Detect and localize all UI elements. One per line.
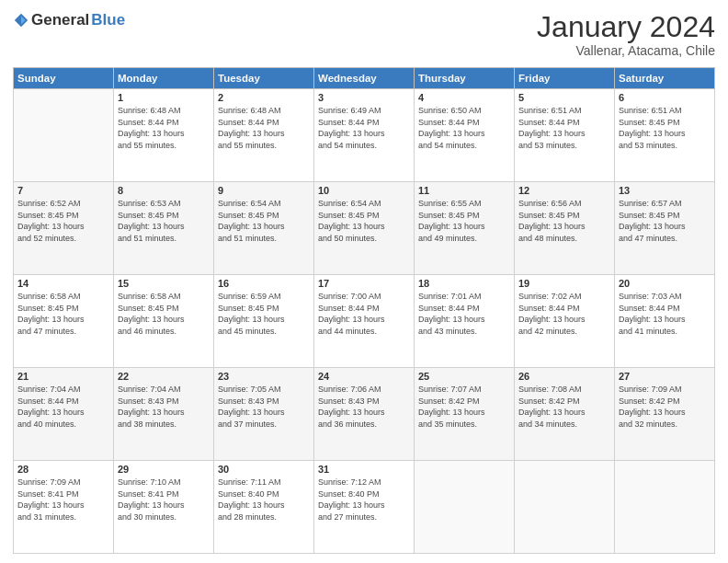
weekday-header-sunday: Sunday — [14, 68, 114, 89]
day-number: 1 — [118, 92, 210, 103]
day-number: 7 — [17, 185, 109, 196]
calendar-cell: 9Sunrise: 6:54 AMSunset: 8:45 PMDaylight… — [214, 182, 314, 275]
calendar-cell: 21Sunrise: 7:04 AMSunset: 8:44 PMDayligh… — [14, 368, 114, 461]
weekday-header-monday: Monday — [114, 68, 214, 89]
calendar-cell: 19Sunrise: 7:02 AMSunset: 8:44 PMDayligh… — [515, 275, 615, 368]
calendar-cell: 7Sunrise: 6:52 AMSunset: 8:45 PMDaylight… — [14, 182, 114, 275]
day-number: 15 — [118, 278, 210, 289]
day-number: 5 — [518, 92, 610, 103]
day-info: Sunrise: 6:51 AMSunset: 8:44 PMDaylight:… — [518, 105, 610, 151]
day-info: Sunrise: 6:54 AMSunset: 8:45 PMDaylight:… — [218, 198, 310, 244]
calendar-cell: 3Sunrise: 6:49 AMSunset: 8:44 PMDaylight… — [314, 89, 415, 182]
header: General Blue January 2024 Vallenar, Atac… — [13, 11, 715, 58]
day-number: 24 — [318, 371, 410, 382]
calendar-cell: 5Sunrise: 6:51 AMSunset: 8:44 PMDaylight… — [515, 89, 615, 182]
weekday-header-friday: Friday — [515, 68, 615, 89]
calendar-cell: 17Sunrise: 7:00 AMSunset: 8:44 PMDayligh… — [314, 275, 415, 368]
day-number: 10 — [318, 185, 410, 196]
day-info: Sunrise: 6:52 AMSunset: 8:45 PMDaylight:… — [17, 198, 109, 244]
month-year: January 2024 — [537, 11, 715, 43]
day-number: 13 — [619, 185, 711, 196]
day-number: 25 — [418, 371, 510, 382]
calendar-cell: 25Sunrise: 7:07 AMSunset: 8:42 PMDayligh… — [415, 368, 515, 461]
day-info: Sunrise: 6:58 AMSunset: 8:45 PMDaylight:… — [118, 291, 210, 337]
day-number: 30 — [218, 464, 310, 475]
logo-blue: Blue — [91, 11, 125, 29]
calendar-week-row: 7Sunrise: 6:52 AMSunset: 8:45 PMDaylight… — [14, 182, 715, 275]
day-info: Sunrise: 7:04 AMSunset: 8:43 PMDaylight:… — [118, 384, 210, 430]
day-number: 2 — [218, 92, 310, 103]
day-number: 17 — [318, 278, 410, 289]
day-number: 22 — [118, 371, 210, 382]
calendar-cell: 6Sunrise: 6:51 AMSunset: 8:45 PMDaylight… — [615, 89, 715, 182]
day-info: Sunrise: 7:03 AMSunset: 8:44 PMDaylight:… — [619, 291, 711, 337]
calendar-cell: 1Sunrise: 6:48 AMSunset: 8:44 PMDaylight… — [114, 89, 214, 182]
day-number: 8 — [118, 185, 210, 196]
day-info: Sunrise: 6:53 AMSunset: 8:45 PMDaylight:… — [118, 198, 210, 244]
calendar-cell: 23Sunrise: 7:05 AMSunset: 8:43 PMDayligh… — [214, 368, 314, 461]
day-number: 14 — [17, 278, 109, 289]
calendar-cell: 12Sunrise: 6:56 AMSunset: 8:45 PMDayligh… — [515, 182, 615, 275]
weekday-header-wednesday: Wednesday — [314, 68, 415, 89]
day-info: Sunrise: 7:11 AMSunset: 8:40 PMDaylight:… — [218, 477, 310, 523]
logo: General Blue — [13, 11, 125, 29]
calendar-cell — [415, 461, 515, 554]
day-info: Sunrise: 6:57 AMSunset: 8:45 PMDaylight:… — [619, 198, 711, 244]
day-info: Sunrise: 7:09 AMSunset: 8:42 PMDaylight:… — [619, 384, 711, 430]
day-info: Sunrise: 6:58 AMSunset: 8:45 PMDaylight:… — [17, 291, 109, 337]
day-info: Sunrise: 7:05 AMSunset: 8:43 PMDaylight:… — [218, 384, 310, 430]
day-info: Sunrise: 7:02 AMSunset: 8:44 PMDaylight:… — [518, 291, 610, 337]
location: Vallenar, Atacama, Chile — [537, 43, 715, 58]
logo-general: General — [31, 11, 89, 29]
calendar-cell: 20Sunrise: 7:03 AMSunset: 8:44 PMDayligh… — [615, 275, 715, 368]
day-number: 18 — [418, 278, 510, 289]
calendar-cell: 8Sunrise: 6:53 AMSunset: 8:45 PMDaylight… — [114, 182, 214, 275]
weekday-header-tuesday: Tuesday — [214, 68, 314, 89]
day-number: 27 — [619, 371, 711, 382]
day-number: 31 — [318, 464, 410, 475]
day-info: Sunrise: 7:09 AMSunset: 8:41 PMDaylight:… — [17, 477, 109, 523]
calendar-cell: 11Sunrise: 6:55 AMSunset: 8:45 PMDayligh… — [415, 182, 515, 275]
day-number: 23 — [218, 371, 310, 382]
calendar-week-row: 28Sunrise: 7:09 AMSunset: 8:41 PMDayligh… — [14, 461, 715, 554]
weekday-header-thursday: Thursday — [415, 68, 515, 89]
calendar-cell: 15Sunrise: 6:58 AMSunset: 8:45 PMDayligh… — [114, 275, 214, 368]
calendar-container: General Blue January 2024 Vallenar, Atac… — [0, 0, 728, 563]
day-number: 28 — [17, 464, 109, 475]
day-info: Sunrise: 7:10 AMSunset: 8:41 PMDaylight:… — [118, 477, 210, 523]
calendar-cell: 22Sunrise: 7:04 AMSunset: 8:43 PMDayligh… — [114, 368, 214, 461]
calendar-cell: 4Sunrise: 6:50 AMSunset: 8:44 PMDaylight… — [415, 89, 515, 182]
calendar-cell: 2Sunrise: 6:48 AMSunset: 8:44 PMDaylight… — [214, 89, 314, 182]
day-info: Sunrise: 7:06 AMSunset: 8:43 PMDaylight:… — [318, 384, 410, 430]
calendar-week-row: 21Sunrise: 7:04 AMSunset: 8:44 PMDayligh… — [14, 368, 715, 461]
calendar-cell: 10Sunrise: 6:54 AMSunset: 8:45 PMDayligh… — [314, 182, 415, 275]
calendar-cell: 13Sunrise: 6:57 AMSunset: 8:45 PMDayligh… — [615, 182, 715, 275]
day-info: Sunrise: 6:48 AMSunset: 8:44 PMDaylight:… — [118, 105, 210, 151]
weekday-header-saturday: Saturday — [615, 68, 715, 89]
day-info: Sunrise: 7:00 AMSunset: 8:44 PMDaylight:… — [318, 291, 410, 337]
day-number: 12 — [518, 185, 610, 196]
day-number: 11 — [418, 185, 510, 196]
calendar-table: SundayMondayTuesdayWednesdayThursdayFrid… — [13, 67, 715, 554]
day-info: Sunrise: 6:54 AMSunset: 8:45 PMDaylight:… — [318, 198, 410, 244]
calendar-cell — [14, 89, 114, 182]
day-info: Sunrise: 7:08 AMSunset: 8:42 PMDaylight:… — [518, 384, 610, 430]
day-info: Sunrise: 7:07 AMSunset: 8:42 PMDaylight:… — [418, 384, 510, 430]
title-block: January 2024 Vallenar, Atacama, Chile — [537, 11, 715, 58]
day-number: 9 — [218, 185, 310, 196]
calendar-week-row: 1Sunrise: 6:48 AMSunset: 8:44 PMDaylight… — [14, 89, 715, 182]
day-number: 16 — [218, 278, 310, 289]
day-info: Sunrise: 6:56 AMSunset: 8:45 PMDaylight:… — [518, 198, 610, 244]
calendar-cell: 28Sunrise: 7:09 AMSunset: 8:41 PMDayligh… — [14, 461, 114, 554]
calendar-cell: 18Sunrise: 7:01 AMSunset: 8:44 PMDayligh… — [415, 275, 515, 368]
day-info: Sunrise: 6:50 AMSunset: 8:44 PMDaylight:… — [418, 105, 510, 151]
day-info: Sunrise: 7:01 AMSunset: 8:44 PMDaylight:… — [418, 291, 510, 337]
calendar-cell: 26Sunrise: 7:08 AMSunset: 8:42 PMDayligh… — [515, 368, 615, 461]
calendar-cell — [515, 461, 615, 554]
weekday-header-row: SundayMondayTuesdayWednesdayThursdayFrid… — [14, 68, 715, 89]
calendar-cell: 30Sunrise: 7:11 AMSunset: 8:40 PMDayligh… — [214, 461, 314, 554]
day-info: Sunrise: 6:48 AMSunset: 8:44 PMDaylight:… — [218, 105, 310, 151]
day-number: 4 — [418, 92, 510, 103]
logo-row: General Blue — [13, 11, 125, 29]
day-info: Sunrise: 7:12 AMSunset: 8:40 PMDaylight:… — [318, 477, 410, 523]
